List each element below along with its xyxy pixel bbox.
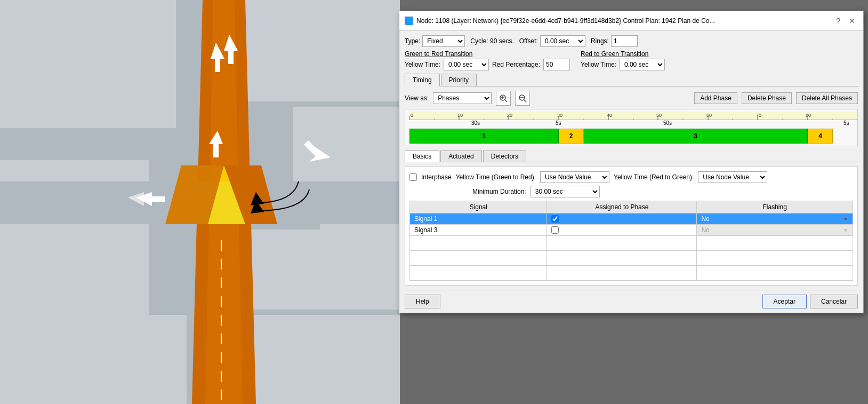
signal-table: Signal Assigned to Phase Flashing Signal… xyxy=(409,201,853,281)
red-green-title: Red to Green Transition xyxy=(581,50,665,58)
signal-1-assigned[interactable] xyxy=(547,213,697,225)
viewas-row: View as: Phases Add Phase Delete Phase D… xyxy=(405,91,858,106)
offset-group: Offset: 0.00 sec xyxy=(519,35,585,47)
delete-all-phases-btn[interactable]: Delete All Phases xyxy=(796,92,858,104)
signal-1-name: Signal 1 xyxy=(410,213,547,225)
phase-1-label: 1 xyxy=(482,132,486,140)
yellow-rg-basics-combo[interactable]: Use Node Value xyxy=(698,171,767,183)
basics-row-2: Minimum Duration: 30.00 sec xyxy=(409,186,853,197)
signal-3-name: Signal 3 xyxy=(410,225,547,236)
signal-row-2[interactable]: Signal 3 No ▼ xyxy=(410,225,853,236)
yellow-gr-basics-combo[interactable]: Use Node Value xyxy=(540,171,609,183)
tab-timing[interactable]: Timing xyxy=(405,74,440,86)
type-group: Type: Fixed xyxy=(405,35,465,47)
yellow-gr-label: Yellow Time: xyxy=(405,61,440,68)
yellow-rg-basics-label: Yellow Time (Red to Green): xyxy=(614,173,694,181)
svg-text:80: 80 xyxy=(806,113,811,118)
transitions-row: Green to Red Transition Yellow Time: 0.0… xyxy=(405,50,858,70)
svg-text:20: 20 xyxy=(507,113,512,118)
green-red-group: Green to Red Transition Yellow Time: 0.0… xyxy=(405,50,570,70)
close-button[interactable]: ✕ xyxy=(846,15,858,26)
signal-1-flashing-arrow[interactable]: ▼ xyxy=(843,216,848,222)
svg-rect-7 xyxy=(229,229,400,310)
help-icon-btn[interactable]: ? xyxy=(833,15,843,26)
svg-text:10: 10 xyxy=(457,113,463,118)
min-duration-combo[interactable]: 30.00 sec xyxy=(531,186,600,197)
interphase-label: Interphase xyxy=(421,173,452,181)
svg-text:40: 40 xyxy=(607,113,612,118)
min-duration-label: Minimum Duration: xyxy=(472,188,526,195)
empty-row-1 xyxy=(410,236,853,251)
help-btn[interactable]: Help xyxy=(405,295,440,308)
type-combo[interactable]: Fixed xyxy=(422,35,465,47)
dialog: Node: 1108 (Layer: Network) {ee79f32e-e6… xyxy=(399,11,864,313)
aceptar-btn[interactable]: Aceptar xyxy=(762,295,807,308)
phase-3[interactable]: 3 xyxy=(584,129,808,144)
dialog-titlebar: Node: 1108 (Layer: Network) {ee79f32e-e6… xyxy=(399,11,863,31)
yellow-rg-combo[interactable]: 0.00 sec xyxy=(620,59,665,70)
signal-3-flashing-arrow: ▼ xyxy=(843,227,848,233)
phase-bars: 1 2 3 4 xyxy=(407,129,855,144)
signal-3-flashing: No ▼ xyxy=(697,225,853,236)
ruler-svg: 0 10 20 30 40 50 60 70 80 xyxy=(409,112,857,120)
col-assigned: Assigned to Phase xyxy=(547,201,697,213)
svg-rect-2 xyxy=(224,0,400,101)
zoom-in-btn[interactable] xyxy=(496,91,511,106)
basics-tab[interactable]: Basics xyxy=(405,150,439,162)
signal-1-flashing-value: No xyxy=(701,215,709,223)
detectors-tab[interactable]: Detectors xyxy=(483,150,526,162)
phase-4[interactable]: 4 xyxy=(808,129,833,144)
svg-rect-5 xyxy=(0,315,187,404)
phase-4-label: 4 xyxy=(818,132,822,140)
cancelar-btn[interactable]: Cancelar xyxy=(810,295,858,308)
viewas-combo[interactable]: Phases xyxy=(433,92,492,104)
basics-tabs: Basics Actuated Detectors xyxy=(405,150,858,162)
offset-label: Offset: xyxy=(519,37,538,45)
actuated-tab[interactable]: Actuated xyxy=(440,150,481,162)
dur-label-1: 30s xyxy=(471,120,480,126)
svg-text:70: 70 xyxy=(756,113,761,118)
rings-spin[interactable] xyxy=(611,35,638,47)
signal-3-assigned[interactable] xyxy=(547,225,697,236)
delete-phase-btn[interactable]: Delete Phase xyxy=(742,92,792,104)
add-phase-btn[interactable]: Add Phase xyxy=(694,92,737,104)
signal-1-checkbox[interactable] xyxy=(551,215,559,223)
yellow-gr-combo[interactable]: 0.00 sec xyxy=(444,59,489,70)
tab-priority[interactable]: Priority xyxy=(441,74,477,86)
yellow-rg-label: Yellow Time: xyxy=(581,61,616,68)
map-area xyxy=(0,0,400,404)
yellow-gr-basics-label: Yellow Time (Green to Red): xyxy=(456,173,536,181)
top-controls: Type: Fixed Cycle: 90 secs. Offset: 0.00… xyxy=(405,35,858,47)
svg-text:30: 30 xyxy=(557,113,562,118)
red-green-group: Red to Green Transition Yellow Time: 0.0… xyxy=(581,50,665,70)
dur-label-4: 5s xyxy=(843,120,849,126)
col-signal: Signal xyxy=(410,201,547,213)
main-tabs: Timing Priority xyxy=(405,74,858,86)
timeline: 0 10 20 30 40 50 60 70 80 xyxy=(405,109,858,146)
zoom-out-btn[interactable] xyxy=(515,91,530,106)
phase-1[interactable]: 1 xyxy=(409,129,559,144)
signal-3-flashing-value: No xyxy=(701,226,709,234)
signal-1-flashing[interactable]: No ▼ xyxy=(697,213,853,225)
phase-2-label: 2 xyxy=(569,132,573,140)
dialog-title: Node: 1108 (Layer: Network) {ee79f32e-e6… xyxy=(416,17,830,25)
svg-line-25 xyxy=(505,100,507,102)
red-pct-spin[interactable] xyxy=(543,59,570,70)
cycle-text: Cycle: 90 secs. xyxy=(470,37,513,45)
svg-text:50: 50 xyxy=(656,113,662,118)
viewas-label: View as: xyxy=(405,94,429,102)
type-label: Type: xyxy=(405,37,420,45)
interphase-checkbox[interactable] xyxy=(409,173,417,181)
signal-row-1[interactable]: Signal 1 No ▼ xyxy=(410,213,853,225)
col-flashing: Flashing xyxy=(697,201,853,213)
signal-3-checkbox[interactable] xyxy=(551,226,559,234)
basics-section: Interphase Yellow Time (Green to Red): U… xyxy=(405,167,858,286)
dur-label-3: 50s xyxy=(663,120,672,126)
green-red-title: Green to Red Transition xyxy=(405,50,570,58)
phase-3-label: 3 xyxy=(694,132,697,140)
basics-row-1: Interphase Yellow Time (Green to Red): U… xyxy=(409,171,853,183)
dialog-icon xyxy=(405,17,413,25)
svg-line-29 xyxy=(524,100,526,102)
offset-combo[interactable]: 0.00 sec xyxy=(540,35,585,47)
phase-2[interactable]: 2 xyxy=(559,129,584,144)
